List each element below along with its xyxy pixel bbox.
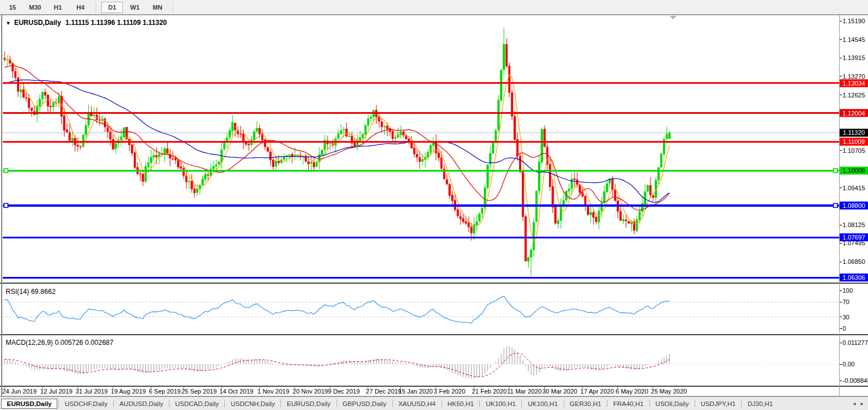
timeframe-toolbar: 15M30H1H4D1W1MN — [0, 0, 868, 15]
timeframe-button-15[interactable]: 15 — [2, 2, 23, 13]
chart-tab-AUDUSD-Daily[interactable]: AUDUSD,Daily — [114, 399, 169, 408]
tab-scroll-arrows: ◂ ▸ — [845, 400, 868, 407]
date-tick: 15 Jan 2020 — [398, 388, 433, 395]
toolbar-separator — [96, 2, 97, 12]
macd-axis-tick: 0.011277 — [843, 339, 868, 346]
date-tick: 9 Dec 2019 — [328, 388, 360, 395]
macd-name: MACD(12,26,9) — [6, 339, 53, 347]
horizontal-levels[interactable] — [3, 83, 839, 277]
date-tick: 27 Dec 2019 — [366, 388, 401, 395]
price-flag-text: 1.12004 — [843, 110, 865, 117]
price-tick: 1.13270 — [843, 73, 865, 80]
date-tick: 3 Feb 2020 — [434, 388, 466, 395]
chart-tab-UK100-H1[interactable]: UK100,H1 — [480, 399, 521, 408]
date-tick: 21 Feb 2020 — [472, 388, 507, 395]
macd-axis-tick: -0.008845 — [843, 377, 868, 384]
price-tick: 1.13915 — [843, 54, 865, 61]
date-tick: 17 Apr 2020 — [580, 388, 614, 395]
line-select-handle[interactable] — [833, 203, 837, 207]
chart-ohlc-values: 1.11115 1.11396 1.11109 1.11320 — [66, 19, 167, 27]
chart-tab-USDCHF-Daily[interactable]: USDCHF,Daily — [59, 399, 113, 408]
ma-line-20 — [5, 66, 670, 210]
price-tick: 1.06850 — [843, 258, 865, 265]
rsi-value: 69.8662 — [31, 288, 56, 296]
date-axis[interactable]: 24 Jun 201912 Jul 201931 Jul 201919 Aug … — [2, 387, 687, 395]
date-tick: 6 Sep 2019 — [149, 388, 181, 395]
price-flag-text: 1.11009 — [843, 138, 865, 145]
macd-axis-tick: 0.00 — [843, 361, 854, 368]
date-tick: 19 Aug 2019 — [111, 388, 146, 395]
price-flag-text: 1.08800 — [843, 202, 865, 209]
chart-tab-USDJPY-H1[interactable]: USDJPY,H1 — [695, 399, 742, 408]
timeframe-button-W1[interactable]: W1 — [124, 2, 146, 13]
candles-layer — [3, 28, 670, 276]
macd-values: 0.005726 0.002687 — [55, 339, 113, 347]
date-tick: 1 Nov 2019 — [257, 388, 289, 395]
rsi-axis-tick: 0 — [843, 325, 846, 332]
tab-scroll-right-icon[interactable]: ▸ — [861, 400, 863, 407]
timeframe-button-H1[interactable]: H1 — [47, 2, 69, 13]
price-tick: 1.15190 — [843, 18, 865, 24]
toolbar-separator — [173, 2, 174, 12]
chart-tabs: EURUSD,DailyUSDCHF,DailyAUDUSD,DailyUSDC… — [0, 397, 845, 410]
chart-tab-DJ30-H1[interactable]: DJ30,H1 — [742, 399, 778, 408]
chart-tab-UK100-H1[interactable]: UK100,H1 — [522, 399, 563, 408]
chart-tab-USDCAD-Daily[interactable]: USDCAD,Daily — [169, 399, 224, 408]
chart-tab-USOil-Daily[interactable]: USOil,Daily — [650, 399, 695, 408]
date-tick: 6 May 2020 — [616, 388, 648, 395]
chart-canvas[interactable]: 1.151901.145451.139151.132701.126251.107… — [0, 0, 868, 410]
rsi-axis-tick: 70 — [843, 298, 849, 305]
macd-panel[interactable]: 0.0112770.00-0.008845 — [3, 339, 868, 384]
chart-tab-GER30-H1[interactable]: GER30,H1 — [564, 399, 607, 408]
chart-shift-marker-icon[interactable] — [670, 16, 676, 19]
line-select-handle[interactable] — [4, 203, 8, 207]
chart-tab-FRA40-H1[interactable]: FRA40,H1 — [607, 399, 649, 408]
date-tick: 31 Jul 2019 — [75, 388, 108, 395]
price-flag-text: 1.06306 — [843, 274, 865, 281]
date-tick: 12 Jul 2019 — [40, 388, 73, 395]
date-tick: 25 Sep 2019 — [181, 388, 216, 395]
mt4-chart-window: 1.151901.145451.139151.132701.126251.107… — [0, 0, 868, 410]
date-tick: 25 May 2020 — [651, 388, 687, 395]
chart-tab-USDCNH-Daily[interactable]: USDCNH,Daily — [225, 399, 280, 408]
timeframe-button-H4[interactable]: H4 — [70, 2, 91, 13]
tab-scroll-left-icon[interactable]: ◂ — [853, 400, 856, 407]
rsi-line — [5, 296, 670, 323]
chart-tab-EURUSD-Daily[interactable]: EURUSD,Daily — [1, 399, 57, 409]
price-flag-text: 1.13034 — [843, 80, 865, 87]
date-tick: 20 Nov 2019 — [293, 388, 328, 395]
timeframe-button-M30[interactable]: M30 — [24, 2, 46, 13]
rsi-panel[interactable]: 10070300 — [3, 287, 853, 332]
macd-indicator-label: MACD(12,26,9) 0.005726 0.002687 — [6, 339, 113, 347]
macd-signal-line — [5, 353, 670, 377]
timeframe-button-MN[interactable]: MN — [147, 2, 168, 13]
price-flag-text: 1.11320 — [843, 129, 865, 136]
chart-tab-XAUUSD-H4[interactable]: XAUUSD,H4 — [393, 399, 441, 408]
rsi-axis-tick: 100 — [843, 287, 853, 294]
chart-title: ▼EURUSD,Daily1.11115 1.11396 1.11109 1.1… — [6, 19, 167, 27]
date-tick: 30 Mar 2020 — [542, 388, 577, 395]
rsi-name: RSI(14) — [6, 288, 29, 296]
date-tick: 14 Oct 2019 — [219, 388, 253, 395]
price-flag-text: 1.10008 — [843, 167, 865, 174]
price-tick: 1.10705 — [843, 147, 865, 154]
chart-tab-GBPUSD-Daily[interactable]: GBPUSD,Daily — [337, 399, 392, 408]
chart-tab-EURUSD-Daily[interactable]: EURUSD,Daily — [281, 399, 336, 408]
chart-symbol-period: EURUSD,Daily — [14, 19, 61, 27]
line-select-handle[interactable] — [4, 169, 8, 173]
chart-dropdown-icon[interactable]: ▼ — [6, 20, 11, 26]
moving-averages — [5, 60, 670, 242]
date-tick: 24 Jun 2019 — [2, 388, 37, 395]
rsi-axis-tick: 30 — [843, 314, 849, 321]
date-tick: 11 Mar 2020 — [507, 388, 542, 395]
price-tick: 1.12625 — [843, 92, 865, 99]
chart-tab-bar: EURUSD,DailyUSDCHF,DailyAUDUSD,DailyUSDC… — [0, 396, 868, 410]
rsi-indicator-label: RSI(14) 69.8662 — [6, 288, 56, 296]
timeframe-button-D1[interactable]: D1 — [101, 2, 123, 13]
price-tick: 1.14545 — [843, 36, 865, 43]
price-flag-text: 1.07697 — [843, 234, 865, 241]
price-tick: 1.09415 — [843, 185, 865, 191]
line-select-handle[interactable] — [833, 169, 837, 173]
price-tick: 1.08125 — [843, 221, 865, 228]
chart-tab-HK50-H1[interactable]: HK50,H1 — [442, 399, 480, 408]
